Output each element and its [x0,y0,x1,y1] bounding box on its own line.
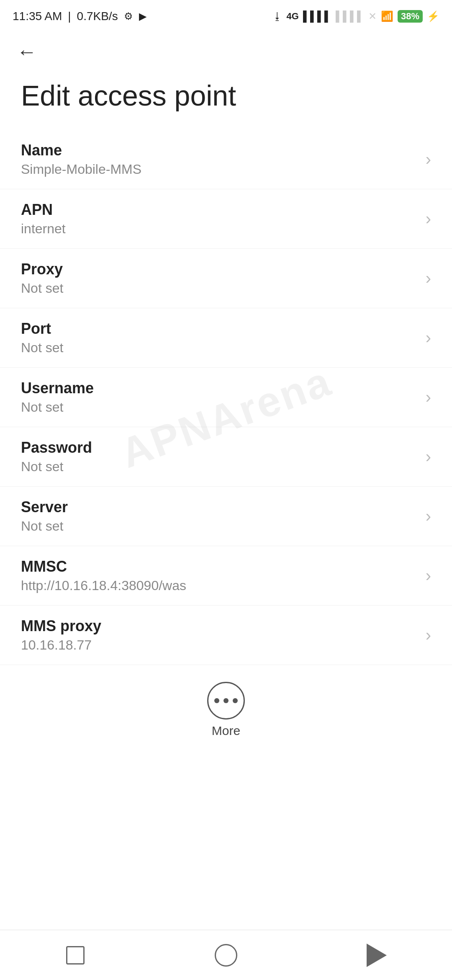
settings-item-username-content: Username Not set [21,379,417,415]
chevron-right-icon-proxy: › [426,269,431,288]
chevron-right-icon-apn: › [426,209,431,228]
status-time: 11:35 AM [13,10,62,23]
more-dot-2 [223,698,229,703]
chevron-right-icon-server: › [426,507,431,526]
settings-value-mms-proxy: 10.16.18.77 [21,637,417,653]
navigation-bar [0,930,452,980]
settings-item-server-content: Server Not set [21,498,417,534]
settings-item-server[interactable]: Server Not set › [0,487,452,546]
settings-value-username: Not set [21,400,417,415]
settings-label-username: Username [21,379,417,397]
settings-item-apn-content: APN internet [21,201,417,237]
home-icon [215,944,237,967]
4g-icon: 4G [287,11,299,22]
settings-item-name-content: Name Simple-Mobile-MMS [21,142,417,177]
settings-value-port: Not set [21,340,417,356]
chevron-right-icon: › [426,150,431,169]
battery-indicator: 38 % [398,10,423,23]
settings-label-password: Password [21,439,417,456]
settings-item-port-content: Port Not set [21,320,417,356]
chevron-right-icon-mms-proxy: › [426,626,431,645]
settings-item-username[interactable]: Username Not set › [0,368,452,427]
status-network-speed: 0.7KB/s [77,10,118,23]
battery-level: 38 [401,11,411,22]
settings-label-mms-proxy: MMS proxy [21,617,417,635]
status-left: 11:35 AM | 0.7KB/s ⚙ ▶ [13,10,146,23]
video-icon: ▶ [139,10,146,22]
recent-apps-icon [66,946,85,965]
bluetooth-icon: ⭳ [272,10,282,22]
settings-item-mmsc-content: MMSC http://10.16.18.4:38090/was [21,558,417,593]
nav-home-button[interactable] [201,939,251,972]
settings-item-mms-proxy[interactable]: MMS proxy 10.16.18.77 › [0,606,452,665]
settings-item-proxy[interactable]: Proxy Not set › [0,249,452,308]
page-title: Edit access point [0,70,452,130]
settings-value-proxy: Not set [21,281,417,296]
settings-list: Name Simple-Mobile-MMS › APN internet › … [0,130,452,665]
settings-item-port[interactable]: Port Not set › [0,308,452,368]
settings-item-password[interactable]: Password Not set › [0,427,452,487]
chevron-right-icon-mmsc: › [426,566,431,585]
settings-item-mms-proxy-content: MMS proxy 10.16.18.77 [21,617,417,653]
settings-value-server: Not set [21,518,417,534]
wifi-icon: 📶 [381,10,393,22]
chevron-right-icon-port: › [426,328,431,347]
back-arrow-icon: ← [17,41,37,63]
status-right: ⭳ 4G ▌▌▌▌ ▌▌▌▌ ✕ 📶 38 % ⚡ [272,10,439,23]
settings-item-apn[interactable]: APN internet › [0,189,452,249]
settings-item-name[interactable]: Name Simple-Mobile-MMS › [0,130,452,189]
battery-percent: % [411,11,419,22]
status-speed: | [68,10,71,23]
chevron-right-icon-password: › [426,447,431,466]
settings-label-server: Server [21,498,417,516]
settings-value-name: Simple-Mobile-MMS [21,162,417,177]
settings-label-proxy: Proxy [21,260,417,278]
back-button[interactable]: ← [0,29,452,70]
settings-item-mmsc[interactable]: MMSC http://10.16.18.4:38090/was › [0,546,452,606]
settings-label-mmsc: MMSC [21,558,417,575]
settings-item-proxy-content: Proxy Not set [21,260,417,296]
more-button[interactable]: More [0,665,452,750]
signal-icon: ▌▌▌▌ [303,10,331,22]
back-icon [367,944,387,967]
charging-icon: ⚡ [427,10,439,22]
more-dots-icon [214,698,238,703]
settings-item-password-content: Password Not set [21,439,417,475]
status-bar: 11:35 AM | 0.7KB/s ⚙ ▶ ⭳ 4G ▌▌▌▌ ▌▌▌▌ ✕ … [0,0,452,29]
settings-icon: ⚙ [124,10,133,22]
more-label: More [212,724,240,738]
chevron-right-icon-username: › [426,388,431,407]
no-signal-icon: ✕ [368,10,377,22]
signal2-icon: ▌▌▌▌ [336,10,364,22]
nav-back-button[interactable] [352,939,402,972]
settings-label-name: Name [21,142,417,159]
more-dot-3 [233,698,238,703]
settings-value-mmsc: http://10.16.18.4:38090/was [21,578,417,593]
settings-value-apn: internet [21,221,417,237]
settings-label-apn: APN [21,201,417,219]
more-dot-1 [214,698,219,703]
more-circle-icon [207,682,245,720]
settings-value-password: Not set [21,459,417,475]
settings-label-port: Port [21,320,417,338]
nav-recent-button[interactable] [50,939,100,972]
